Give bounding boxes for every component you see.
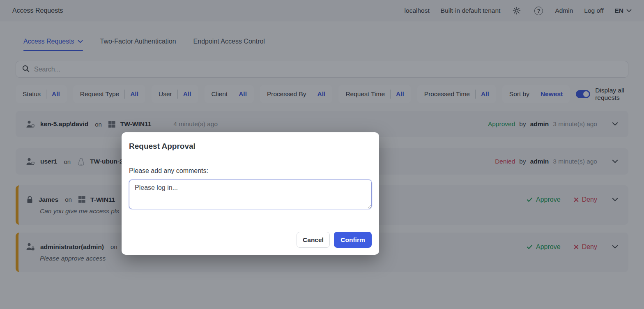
- confirm-button[interactable]: Confirm: [334, 232, 372, 248]
- divider: [129, 158, 372, 158]
- dialog-title: Request Approval: [122, 132, 379, 158]
- comment-prompt: Please add any comments:: [129, 167, 372, 175]
- cancel-button[interactable]: Cancel: [297, 232, 330, 248]
- dialog-actions: Cancel Confirm: [297, 232, 372, 248]
- request-approval-dialog: Request Approval Please add any comments…: [122, 132, 379, 255]
- comment-textarea[interactable]: Please log in...: [129, 180, 372, 209]
